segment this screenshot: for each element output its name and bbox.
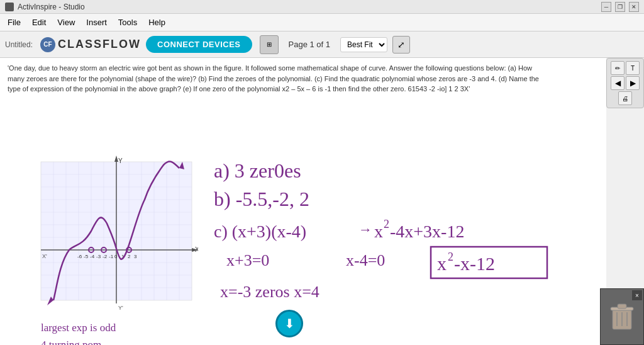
minimize-button[interactable]: ─ — [601, 2, 611, 12]
tool-pencil[interactable]: ✏ — [611, 61, 625, 75]
close-button[interactable]: ✕ — [629, 2, 639, 12]
download-button[interactable]: ⬇ — [275, 310, 303, 337]
classflow-text: CLASSFLOW — [58, 38, 141, 51]
svg-text:-6: -6 — [77, 254, 82, 259]
svg-text:Y: Y — [118, 157, 123, 164]
window-controls[interactable]: ─ ❐ ✕ — [601, 2, 639, 12]
svg-text:3: 3 — [134, 254, 137, 259]
title-bar: ActivInspire - Studio ─ ❐ ✕ — [0, 0, 644, 14]
svg-text:x=-3  zeros  x=4: x=-3 zeros x=4 — [220, 283, 319, 301]
menu-file[interactable]: File — [3, 16, 26, 28]
svg-text:b) -5.5,-2, 2: b) -5.5,-2, 2 — [214, 188, 309, 210]
download-icon: ⬇ — [284, 316, 295, 331]
bottom-note-line2: 4 turning pom — [41, 336, 116, 345]
trash-icon — [609, 301, 635, 332]
svg-text:Y': Y' — [118, 305, 123, 311]
svg-text:x-4=0: x-4=0 — [346, 251, 385, 269]
grid-icon: ⊞ — [267, 41, 272, 48]
classflow-icon: CF — [40, 37, 55, 52]
app-icon — [5, 3, 14, 11]
svg-text:→: → — [358, 222, 372, 237]
bottom-note: largest exp is odd 4 turning pom — [41, 319, 116, 345]
math-answers-svg: .hw { font-family: 'Comic Sans MS', curs… — [208, 149, 597, 345]
menu-insert[interactable]: Insert — [81, 16, 112, 28]
svg-text:-1: -1 — [109, 254, 114, 259]
zoom-select[interactable]: Best Fit 50% 75% 100% 125% 150% — [340, 37, 387, 52]
problem-text: 'One day, due to heavy storm an electric… — [0, 58, 547, 97]
graph-container: X Y X' Y' -6 -5 -4 -3 -2 -1 0 1 2 3 — [35, 156, 198, 313]
tool-row-3: 🖨 — [618, 91, 632, 105]
menu-view[interactable]: View — [52, 16, 80, 28]
svg-text:-x-12: -x-12 — [454, 253, 495, 274]
tool-text[interactable]: T — [626, 61, 640, 75]
svg-text:a) 3 zer0es: a) 3 zer0es — [214, 159, 301, 182]
print-button[interactable]: 🖨 — [618, 91, 632, 105]
svg-text:2: 2 — [384, 218, 389, 230]
canvas-area: 'One day, due to heavy storm an electric… — [0, 58, 606, 345]
svg-text:-5: -5 — [84, 254, 89, 259]
menu-bar: File Edit View Insert Tools Help — [0, 14, 644, 31]
expand-icon: ⤢ — [397, 40, 405, 50]
svg-text:2: 2 — [448, 251, 453, 263]
page-next-button[interactable]: ▶ — [626, 76, 640, 90]
svg-text:0: 0 — [114, 254, 118, 259]
menu-edit[interactable]: Edit — [27, 16, 51, 28]
svg-text:X': X' — [42, 253, 47, 259]
expand-button[interactable]: ⤢ — [392, 36, 410, 54]
connect-devices-button[interactable]: CONNECT DEVICES — [146, 36, 252, 53]
svg-text:2: 2 — [128, 254, 131, 259]
svg-text:-3: -3 — [96, 254, 101, 259]
svg-text:x: x — [374, 222, 383, 241]
grid-options-button[interactable]: ⊞ — [260, 35, 279, 54]
menu-help[interactable]: Help — [143, 16, 170, 28]
trash-close-button[interactable]: × — [632, 290, 642, 300]
bottom-note-line1: largest exp is odd — [41, 319, 116, 336]
page-info: Page 1 of 1 — [289, 40, 331, 49]
menu-tools[interactable]: Tools — [113, 16, 142, 28]
classflow-logo: CF CLASSFLOW — [40, 37, 141, 52]
svg-text:x: x — [437, 253, 447, 274]
tool-row-2: ◀ ▶ — [611, 76, 640, 90]
svg-rect-62 — [618, 304, 626, 308]
document-title: Untitled: — [5, 40, 33, 49]
svg-text:c) (x+3)(x-4): c) (x+3)(x-4) — [214, 222, 306, 241]
page-prev-button[interactable]: ◀ — [611, 76, 625, 90]
svg-text:x+3=0: x+3=0 — [226, 251, 269, 269]
title-bar-text: ActivInspire - Studio — [18, 3, 85, 11]
tool-row-1: ✏ T — [611, 61, 640, 75]
trash-panel: × — [600, 288, 644, 345]
graph-svg: X Y X' Y' -6 -5 -4 -3 -2 -1 0 1 2 3 — [35, 156, 198, 313]
toolbar: Untitled: CF CLASSFLOW CONNECT DEVICES ⊞… — [0, 31, 644, 58]
svg-text:X: X — [195, 246, 198, 253]
restore-button[interactable]: ❐ — [615, 2, 625, 12]
svg-text:-4: -4 — [90, 254, 95, 259]
side-tools-panel: ✏ T ◀ ▶ 🖨 — [606, 58, 644, 108]
svg-text:-2: -2 — [103, 254, 108, 259]
svg-text:-4x+3x-12: -4x+3x-12 — [390, 222, 464, 241]
